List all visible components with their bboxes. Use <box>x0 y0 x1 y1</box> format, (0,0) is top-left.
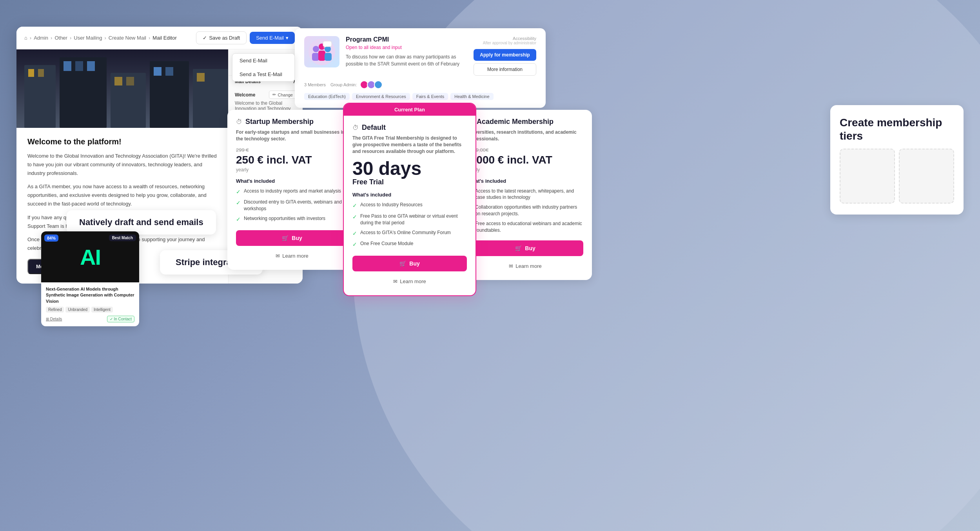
svg-rect-6 <box>28 69 34 77</box>
startup-membership-card: ⏱ Startup Membership For early-stage sta… <box>227 110 357 270</box>
cpmi-actions: Accessibility After approval by administ… <box>474 36 536 76</box>
create-tiers-title: Create membership tiers <box>840 116 954 142</box>
default-learn-more-button[interactable]: ✉ Learn more <box>352 275 467 287</box>
best-match-badge: Best Match <box>109 235 136 241</box>
members-count: 3 Members <box>304 82 326 87</box>
cpmi-header: Program CPMI Open to all ideas and input… <box>304 36 536 76</box>
create-tiers-body: Create membership tiers <box>830 105 964 215</box>
startup-plan-name-row: ⏱ Startup Membership <box>236 118 348 126</box>
breadcrumb-admin: Admin <box>34 35 48 41</box>
default-feature-4: ✓ One Free Course Module <box>352 240 467 249</box>
startup-plan-subtitle: For early-stage startups and small busin… <box>236 129 348 142</box>
startup-buy-button[interactable]: 🛒 Buy <box>236 230 348 246</box>
mail-icon-default: ✉ <box>393 278 397 284</box>
default-feature-2: ✓ Free Pass to one GITA webinar or virtu… <box>352 213 467 226</box>
svg-rect-7 <box>38 69 44 77</box>
ai-card-body: Next-Generation AI Models through Synthe… <box>41 282 139 326</box>
svg-rect-21 <box>318 51 325 61</box>
academic-membership-card: ⏱ Academic Membership Universities, rese… <box>459 110 592 280</box>
academic-feature-1: ✓ Access to the latest research, whitepa… <box>467 188 583 201</box>
default-membership-card: Current Plan ⏱ Default The GITA Free Tri… <box>343 103 476 296</box>
breadcrumb-create: Create New Mail <box>109 35 146 41</box>
academic-features: ✓ Access to the latest research, whitepa… <box>467 188 583 234</box>
svg-rect-12 <box>126 77 134 85</box>
tag-health: Health & Medicine <box>450 93 493 100</box>
academic-plan-name-row: ⏱ Academic Membership <box>467 118 583 126</box>
pencil-icon: ✏ <box>272 92 276 97</box>
mail-hero-image <box>16 49 228 128</box>
academic-plan-name: Academic Membership <box>477 118 554 126</box>
svg-rect-13 <box>154 67 162 76</box>
ai-text: AI <box>80 244 100 270</box>
startup-old-price: 299 € <box>236 147 348 153</box>
mail-body-1: Welcome to the Global Innovation and Tec… <box>27 152 217 178</box>
mail-body-2: As a GITA member, you now have access to… <box>27 182 217 208</box>
academic-card-body: ⏱ Academic Membership Universities, rese… <box>459 110 592 280</box>
send-email-button[interactable]: Send E-Mail ▾ <box>250 32 295 44</box>
breadcrumb-current: Mail Editor <box>152 35 176 41</box>
more-info-button[interactable]: More information <box>474 63 536 76</box>
welcome-change-button[interactable]: ✏ Change <box>269 91 296 99</box>
check-icon-3: ✓ <box>236 216 241 224</box>
ai-card-title: Next-Generation AI Models through Synthe… <box>46 286 134 304</box>
check-icon-2: ✓ <box>236 199 241 207</box>
cpmi-info: Program CPMI Open to all ideas and input… <box>346 36 467 76</box>
startup-plan-name: Startup Membership <box>245 118 314 126</box>
academic-whats-included: What's included <box>467 178 583 184</box>
default-feature-3: ✓ Access to GITA's Online Community Foru… <box>352 229 467 238</box>
check-icon-1: ✓ <box>236 188 241 196</box>
default-buy-button[interactable]: 🛒 Buy <box>352 256 467 271</box>
default-plan-subtitle: The GITA Free Trial Membership is design… <box>352 135 467 155</box>
mail-title: Welcome to the platform! <box>27 137 217 146</box>
tag-unbranded: Unbranded <box>65 307 89 313</box>
default-price-sub: Free Trial <box>352 178 467 186</box>
startup-feature-2: ✓ Discounted entry to GITA events, webin… <box>236 199 348 212</box>
breadcrumb-other: Other <box>54 35 67 41</box>
tier-placeholder-1 <box>840 149 895 204</box>
send-dropdown-menu: Send E-Mail Send a Test E-Mail <box>232 53 295 82</box>
mail-icon-startup: ✉ <box>276 253 280 259</box>
academic-buy-button[interactable]: 🛒 Buy <box>467 240 583 256</box>
default-feature-1: ✓ Access to Industry Resources <box>352 202 467 210</box>
mail-icon-academic: ✉ <box>509 263 513 269</box>
academic-price: 1,000 € incl. VAT <box>467 154 583 166</box>
svg-rect-15 <box>197 73 205 82</box>
create-tiers-card: Create membership tiers <box>830 105 964 215</box>
cpmi-card: Program CPMI Open to all ideas and input… <box>295 28 546 108</box>
svg-point-17 <box>313 46 319 52</box>
breadcrumb-mailing: User Mailing <box>74 35 102 41</box>
check-icon: ✓ <box>203 35 207 41</box>
check-icon-d4: ✓ <box>352 241 357 249</box>
academic-price-period: yearly <box>467 167 583 173</box>
academic-feature-3: ✓ Free access to educational webinars an… <box>467 220 583 234</box>
welcome-label: Welcome <box>235 92 255 98</box>
tier-placeholder-2 <box>899 149 954 204</box>
cpmi-accessibility: Accessibility After approval by administ… <box>483 36 536 45</box>
send-email-option[interactable]: Send E-Mail <box>232 54 294 67</box>
startup-whats-included: What's included <box>236 178 348 184</box>
svg-rect-11 <box>114 77 122 85</box>
group-admin-label: Group Admin: <box>330 82 357 87</box>
chevron-down-icon: ▾ <box>286 35 289 41</box>
home-icon: ⌂ <box>24 35 27 41</box>
academic-old-price: 1299,00€ <box>467 147 583 153</box>
apply-membership-button[interactable]: Apply for membership <box>474 49 536 61</box>
send-test-email-option[interactable]: Send a Test E-Mail <box>232 67 294 81</box>
save-draft-button[interactable]: ✓ Save as Draft <box>196 31 247 44</box>
cpmi-title: Program CPMI <box>346 36 467 43</box>
startup-features: ✓ Access to industry reports and market … <box>236 188 348 224</box>
startup-feature-3: ✓ Networking opportunities with investor… <box>236 215 348 224</box>
default-plan-name-row: ⏱ Default <box>352 124 467 132</box>
ai-card: 84% Best Match AI Next-Generation AI Mod… <box>41 231 139 326</box>
cpmi-image <box>304 36 339 67</box>
svg-rect-14 <box>165 67 173 76</box>
tag-environment: Environment & Resources <box>352 93 410 100</box>
default-price-big: 30 days <box>352 159 467 178</box>
ai-card-header: 84% Best Match AI <box>41 231 139 282</box>
startup-learn-more-button[interactable]: ✉ Learn more <box>236 250 348 262</box>
details-link[interactable]: ⊞ Details <box>46 317 62 321</box>
current-plan-header: Current Plan <box>344 104 475 116</box>
ai-percentage-badge: 84% <box>44 235 58 242</box>
academic-learn-more-button[interactable]: ✉ Learn more <box>467 260 583 272</box>
startup-card-body: ⏱ Startup Membership For early-stage sta… <box>227 110 357 270</box>
